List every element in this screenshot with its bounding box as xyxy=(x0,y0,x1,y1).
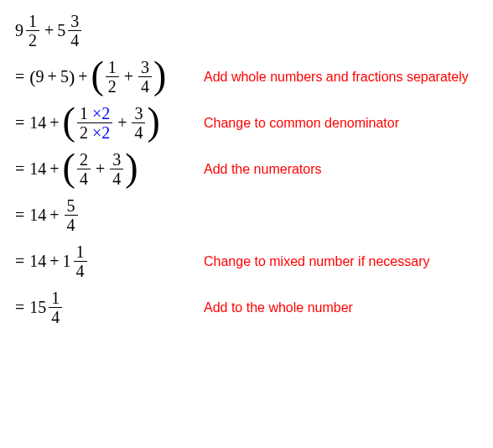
mixed-number: 15 1 4 xyxy=(29,289,64,326)
number: 5 xyxy=(60,67,69,86)
math-expr-7: = 15 1 4 xyxy=(15,289,195,326)
step-3: = 14 + ( 1 ×2 2 ×2 + 3 4 ) Change to com… xyxy=(15,105,478,141)
annotation-text: Change to common denominator xyxy=(204,116,399,131)
math-expr-5: = 14 + 5 4 xyxy=(15,197,195,233)
annotation-text: Add the numerators xyxy=(204,162,322,177)
numerator: 1 xyxy=(26,13,39,31)
whole-part: 15 xyxy=(29,298,46,317)
denominator: 2 xyxy=(106,77,119,95)
mixed-number: 1 1 4 xyxy=(63,243,89,279)
equals-sign: = xyxy=(15,159,24,179)
annotation-text: Add to the whole number xyxy=(204,300,353,315)
plus-operator: + xyxy=(44,21,54,40)
den-part: 2 xyxy=(80,124,88,141)
denominator: 2 xyxy=(26,31,39,49)
equals-sign: = xyxy=(15,206,24,225)
whole-part: 9 xyxy=(15,21,23,40)
math-expr-6: = 14 + 1 1 4 xyxy=(15,243,195,279)
fraction: 3 4 xyxy=(68,13,81,49)
step-6: = 14 + 1 1 4 Change to mixed number if n… xyxy=(15,243,478,279)
multiply-factor: ×2 xyxy=(92,124,110,141)
denominator: 4 xyxy=(49,308,62,326)
fraction: 1 4 xyxy=(49,289,62,326)
numerator: 3 xyxy=(132,105,145,123)
plus-operator: + xyxy=(48,67,57,86)
math-expr-1: 9 1 2 + 5 3 4 xyxy=(15,13,195,49)
fraction: 1 ×2 2 ×2 xyxy=(77,105,112,141)
number: 14 xyxy=(29,252,46,271)
step-5: = 14 + 5 4 xyxy=(15,197,478,233)
right-paren: ) xyxy=(69,66,75,88)
fraction: 5 4 xyxy=(65,197,78,233)
denominator: 4 xyxy=(110,169,123,187)
step-2: = ( 9 + 5 ) + ( 1 2 + 3 4 ) Add whole nu… xyxy=(15,59,478,95)
denominator: 4 xyxy=(138,77,152,95)
numerator: 1 xyxy=(49,289,62,308)
number: 9 xyxy=(36,67,44,86)
number: 14 xyxy=(29,159,46,179)
number: 14 xyxy=(29,206,46,225)
numerator: 1 xyxy=(74,243,87,262)
annotation-text: Add whole numbers and fractions separate… xyxy=(204,70,469,85)
multiply-factor: ×2 xyxy=(92,105,110,122)
denominator: 4 xyxy=(74,262,87,279)
fraction: 3 4 xyxy=(132,105,145,141)
denominator: 2 ×2 xyxy=(77,123,112,141)
math-expr-3: = 14 + ( 1 ×2 2 ×2 + 3 4 ) xyxy=(15,105,195,141)
numerator: 1 ×2 xyxy=(77,105,112,123)
plus-operator: + xyxy=(78,67,87,86)
equals-sign: = xyxy=(15,298,24,317)
plus-operator: + xyxy=(124,67,133,86)
num-part: 1 xyxy=(80,105,88,122)
fraction: 3 4 xyxy=(110,151,123,187)
equals-sign: = xyxy=(15,113,24,133)
plus-operator: + xyxy=(49,159,59,179)
fraction: 1 2 xyxy=(26,13,39,49)
fraction: 3 4 xyxy=(138,59,152,95)
mixed-number: 5 3 4 xyxy=(57,13,83,49)
numerator: 5 xyxy=(65,197,78,216)
denominator: 4 xyxy=(77,169,91,187)
fraction: 1 2 xyxy=(106,59,119,95)
equals-sign: = xyxy=(15,67,24,86)
denominator: 4 xyxy=(65,216,78,233)
step-7: = 15 1 4 Add to the whole number xyxy=(15,289,478,326)
step-1: 9 1 2 + 5 3 4 xyxy=(15,13,478,49)
fraction: 2 4 xyxy=(77,151,91,187)
equals-sign: = xyxy=(15,252,24,271)
mixed-number: 9 1 2 xyxy=(15,13,41,49)
plus-operator: + xyxy=(49,113,59,133)
step-4: = 14 + ( 2 4 + 3 4 ) Add the numerators xyxy=(15,151,478,187)
left-paren: ( xyxy=(29,66,35,88)
numerator: 1 xyxy=(106,59,119,77)
denominator: 4 xyxy=(68,31,81,49)
whole-part: 1 xyxy=(63,252,71,271)
plus-operator: + xyxy=(49,252,59,271)
fraction: 1 4 xyxy=(74,243,87,279)
annotation-text: Change to mixed number if necessary xyxy=(204,254,429,269)
numerator: 2 xyxy=(77,151,91,169)
plus-operator: + xyxy=(96,159,105,179)
number: 14 xyxy=(29,113,46,133)
numerator: 3 xyxy=(110,151,123,169)
plus-operator: + xyxy=(49,206,59,225)
plus-operator: + xyxy=(117,113,127,133)
math-expr-4: = 14 + ( 2 4 + 3 4 ) xyxy=(15,151,195,187)
denominator: 4 xyxy=(132,123,145,141)
numerator: 3 xyxy=(138,59,152,77)
math-expr-2: = ( 9 + 5 ) + ( 1 2 + 3 4 ) xyxy=(15,59,195,95)
whole-part: 5 xyxy=(57,21,65,40)
numerator: 3 xyxy=(68,13,81,31)
